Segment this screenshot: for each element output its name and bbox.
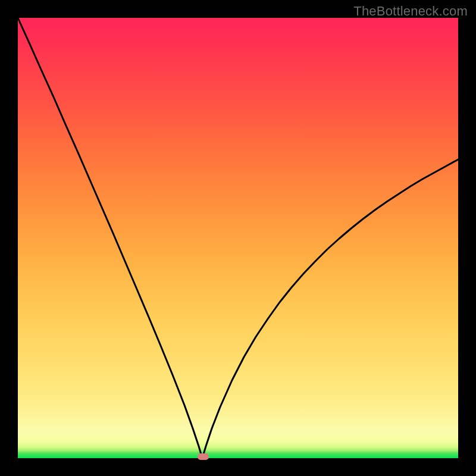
curve-right-branch — [202, 159, 458, 458]
curve-left-branch — [18, 18, 202, 458]
plot-area — [18, 18, 458, 458]
bottleneck-curve — [18, 18, 458, 458]
watermark-text: TheBottleneck.com — [353, 4, 468, 19]
optimal-point-marker — [198, 453, 209, 460]
